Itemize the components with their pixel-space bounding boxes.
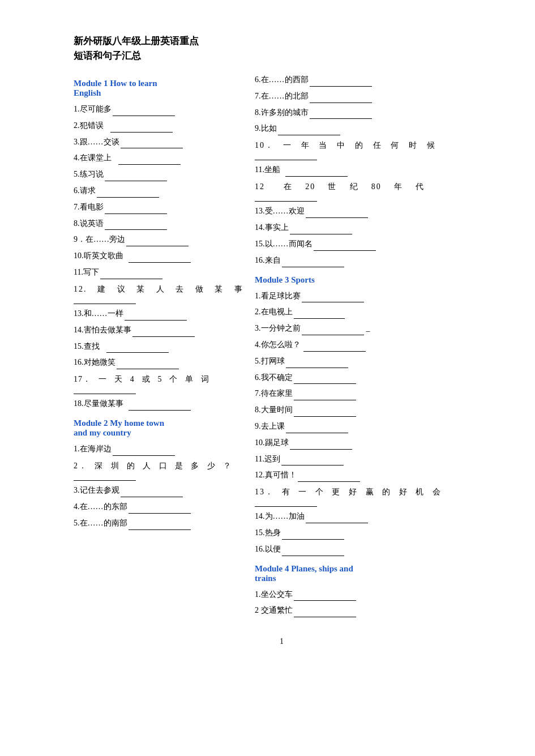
list-item: 10． 一 年 当 中 的 任 何 时 候 [255, 138, 490, 160]
list-item: 10.踢足球 [255, 436, 490, 450]
list-item: 12.真可惜！ [255, 468, 490, 482]
module4-header: Module 4 Planes, ships and trains [255, 564, 490, 583]
list-item: 17． 一 天 4 或 5 个 单 词 [74, 372, 243, 394]
list-item: 9．在……旁边 [74, 233, 243, 246]
list-item: 7.待在家里 [255, 387, 490, 400]
list-item: 3.跟……交谈 [74, 135, 243, 149]
list-item: 15.查找 [74, 340, 243, 353]
list-item: 7.看电影 [74, 200, 243, 214]
list-item: 11.写下 [74, 266, 243, 279]
list-item: 1.尽可能多 [74, 102, 243, 116]
list-item: 9.比如 [255, 122, 490, 135]
page-title: 新外研版八年级上册英语重点 短语和句子汇总 [74, 34, 490, 63]
list-item: 3.记住去参观 [74, 484, 243, 497]
list-item: 16.对她微笑 [74, 356, 243, 369]
module1-header: Module 1 How to learn English [74, 79, 243, 98]
list-item: 12 在 20 世 纪 80 年 代 [255, 180, 490, 202]
list-item: 14.事实上 [255, 221, 490, 234]
module3-header: Module 3 Sports [255, 275, 490, 285]
list-item: 6.我不确定 [255, 371, 490, 385]
list-item: 13． 有 一 个 更 好 赢 的 好 机 会 [255, 485, 490, 507]
left-column: Module 1 How to learn English 1.尽可能多 2.犯… [74, 73, 255, 620]
list-item: 3.一分钟之前_ [255, 322, 490, 335]
list-item: 4.你怎么啦？ [255, 338, 490, 352]
list-item: 14.为……加油 [255, 510, 490, 523]
right-column: 6.在……的西部 7.在……的北部 8.许多别的城市 9.比如 10． 一 年 … [255, 73, 490, 620]
list-item: 1.坐公交车 [255, 588, 490, 601]
list-item: 2.在电视上 [255, 305, 490, 319]
list-item: 8.大量时间 [255, 403, 490, 417]
list-item: 8.说英语 [74, 217, 243, 230]
list-item: 13.和……一样 [74, 307, 243, 321]
list-item: 4.在课堂上 [74, 151, 243, 165]
list-item: 2． 深 圳 的 人 口 是 多 少 ？ [74, 459, 243, 481]
module2-header: Module 2 My home town and my country [74, 418, 243, 438]
list-item: 5.打网球 [255, 354, 490, 368]
list-item: 5.在……的南部 [74, 516, 243, 530]
list-item: 12. 建 议 某 人 去 做 某 事 [74, 282, 243, 304]
list-item: 14.害怕去做某事 [74, 323, 243, 337]
list-item: 4.在……的东部 [74, 500, 243, 514]
list-item: 15.以……而闻名 [255, 237, 490, 251]
list-item: 16.以便 [255, 543, 490, 556]
list-item: 18.尽量做某事 [74, 397, 243, 411]
list-item: 11.坐船 [255, 163, 490, 177]
list-item: 5.练习说 [74, 168, 243, 181]
list-item: 7.在……的北部 [255, 89, 490, 103]
list-item: 2.犯错误 [74, 119, 243, 133]
list-item: 6.请求 [74, 184, 243, 198]
list-item: 8.许多别的城市 [255, 106, 490, 119]
list-item: 1.看足球比赛 [255, 289, 490, 303]
page-number: 1 [74, 637, 490, 646]
list-item: 1.在海岸边 [74, 442, 243, 456]
list-item: 9.去上课 [255, 420, 490, 433]
list-item: 2 交通繁忙 [255, 604, 490, 617]
list-item: 16.来自 [255, 254, 490, 267]
list-item: 6.在……的西部 [255, 73, 490, 87]
list-item: 15.热身 [255, 526, 490, 540]
list-item: 11.迟到 [255, 452, 490, 466]
list-item: 13.受……欢迎 [255, 204, 490, 218]
list-item: 10.听英文歌曲 [74, 249, 243, 263]
